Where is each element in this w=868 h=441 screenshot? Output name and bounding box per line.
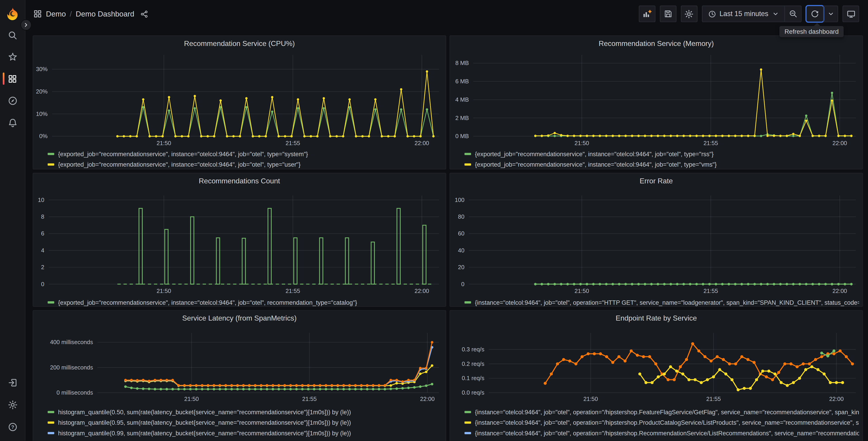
y-axis-label: 10% (36, 111, 48, 117)
breadcrumb-current[interactable]: Demo Dashboard (76, 10, 134, 18)
legend-swatch (48, 421, 54, 424)
legend-item[interactable]: {instance="otelcol:9464", job="otel", op… (465, 297, 859, 307)
legend-item[interactable]: histogram_quantile(0.50, sum(rate(latenc… (48, 407, 442, 417)
bar[interactable] (319, 238, 323, 284)
refresh-interval-dropdown[interactable] (823, 6, 838, 22)
dashboard-toolbar: Last 15 minutes (639, 5, 859, 22)
err-chart[interactable]: 02040608010021:5021:5522:00 (450, 173, 863, 307)
legend-swatch (48, 411, 54, 413)
breadcrumb: Demo / Demo Dashboard (33, 9, 148, 18)
x-axis-label: 21:55 (302, 396, 316, 402)
legend-item[interactable]: {exported_job="recommendationservice", i… (48, 297, 442, 307)
legend-item[interactable]: {exported_job="recommendationservice", i… (465, 159, 859, 170)
sidebar-item-preferences[interactable] (0, 395, 25, 414)
legend-item[interactable]: histogram_quantile(0.99, sum(rate(latenc… (48, 428, 442, 438)
panel-title[interactable]: Recommendation Service (Memory) (450, 39, 863, 48)
legend-item[interactable]: {instance="otelcol:9464", job="otel", op… (465, 439, 859, 441)
panel-title[interactable]: Endpoint Rate by Service (450, 314, 863, 322)
y-axis-label: 0% (39, 133, 48, 139)
bell-icon (7, 118, 18, 128)
sidebar-expand-button[interactable] (21, 20, 32, 31)
panel-title[interactable]: Recommendation Service (CPU%) (33, 39, 446, 48)
time-range-picker[interactable]: Last 15 minutes (702, 6, 784, 22)
tooltip-text: Refresh dashboard (784, 28, 839, 35)
add-panel-button[interactable] (639, 5, 655, 22)
legend-label: {exported_job="recommendationservice", i… (475, 151, 714, 157)
compass-icon (7, 96, 18, 106)
tv-icon (846, 9, 856, 19)
y-axis-label: 0.1 req/s (462, 375, 485, 381)
legend-item[interactable]: histogram_quantile(0.95, sum(rate(latenc… (48, 418, 442, 428)
refresh-dashboard-button[interactable] (806, 6, 823, 22)
bar[interactable] (345, 238, 349, 284)
legend-item[interactable]: histogram_quantile(0.999, sum(rate(laten… (48, 439, 442, 441)
legend-item[interactable]: {exported_job="recommendationservice", i… (48, 159, 442, 170)
y-axis-label: 8 MB (455, 60, 469, 66)
sidebar-item-search[interactable] (0, 26, 25, 45)
breadcrumb-separator: / (70, 10, 72, 18)
y-axis-label: 80 (458, 213, 465, 220)
chevron-right-icon (23, 22, 29, 28)
panel-ep: Endpoint Rate by Service0.0 req/s0.1 req… (450, 310, 863, 441)
sidebar-item-explore[interactable] (0, 91, 25, 110)
share-icon[interactable] (140, 10, 148, 18)
dashboards-icon (8, 74, 17, 84)
panel-lat: Service Latency (from SpanMetrics)0 mill… (33, 310, 446, 441)
zoom-out-time-button[interactable] (784, 6, 801, 22)
bar[interactable] (242, 238, 246, 284)
legend-label: histogram_quantile(0.999, sum(rate(laten… (58, 440, 354, 441)
x-axis-label: 22:00 (829, 396, 843, 402)
cycle-view-mode-button[interactable] (842, 5, 859, 22)
dashboard-settings-button[interactable] (681, 5, 697, 22)
sidebar-item-help[interactable]: ? (0, 418, 25, 437)
grafana-app: ? Demo / Demo Dashboard Last 15 (0, 0, 868, 441)
bar[interactable] (397, 208, 400, 284)
y-axis-label: 400 milliseconds (50, 339, 93, 345)
bar[interactable] (268, 208, 271, 284)
legend-item[interactable]: {instance="otelcol:9464", job="otel", op… (465, 407, 859, 417)
breadcrumb-root[interactable]: Demo (46, 10, 66, 18)
panel-cpu: Recommendation Service (CPU%)0%10%20%30%… (33, 35, 446, 170)
legend-label: {instance="otelcol:9464", job="otel", op… (475, 430, 859, 436)
legend-item[interactable]: {exported_job="recommendationservice", i… (465, 149, 859, 159)
star-icon (7, 52, 18, 62)
sidebar-item-sign-in[interactable] (0, 373, 25, 392)
y-axis-label: 0 (41, 281, 44, 287)
bar[interactable] (216, 238, 220, 284)
legend-swatch (48, 301, 54, 303)
legend-item[interactable]: {instance="otelcol:9464", job="otel", op… (465, 428, 859, 438)
legend-swatch (465, 432, 471, 434)
y-axis-label: 0.0 req/s (462, 389, 485, 396)
bar[interactable] (139, 208, 142, 284)
bar[interactable] (165, 229, 168, 284)
x-axis-label: 21:50 (157, 288, 171, 294)
sign-in-icon (7, 378, 18, 388)
grafana-logo[interactable] (5, 6, 20, 21)
panel-title[interactable]: Recommendations Count (33, 177, 446, 185)
zoom-out-icon (788, 9, 797, 18)
legend-swatch (465, 421, 471, 424)
sidebar-item-alerting[interactable] (0, 114, 25, 133)
gear-icon (684, 9, 694, 19)
bar[interactable] (423, 225, 426, 284)
panel-count: Recommendations Count024681021:5021:5522… (33, 173, 446, 307)
save-dashboard-button[interactable] (660, 5, 676, 22)
count-chart[interactable]: 024681021:5021:5522:00 (33, 173, 446, 307)
panel-title[interactable]: Error Rate (450, 177, 863, 185)
gear-icon (7, 400, 18, 410)
sidebar-item-starred[interactable] (0, 48, 25, 66)
refresh-tooltip: Refresh dashboard (779, 26, 843, 37)
sidebar-item-dashboards[interactable] (0, 69, 25, 88)
top-nav: Demo / Demo Dashboard Last 15 minutes (25, 0, 868, 28)
y-axis-label: 8 (41, 213, 44, 220)
legend-item[interactable]: {instance="otelcol:9464", job="otel", op… (465, 418, 859, 428)
legend-label: {instance="otelcol:9464", job="otel", op… (475, 409, 859, 415)
bar[interactable] (371, 242, 374, 284)
bar[interactable] (294, 238, 297, 284)
panel-mem: Recommendation Service (Memory)0 MB2 MB4… (450, 35, 863, 170)
y-axis-label: 10 (38, 197, 44, 203)
panel-title[interactable]: Service Latency (from SpanMetrics) (33, 314, 446, 322)
legend-item[interactable]: {exported_job="recommendationservice", i… (48, 149, 442, 159)
series-p999 (126, 342, 432, 385)
y-axis-label: 20% (36, 88, 48, 95)
